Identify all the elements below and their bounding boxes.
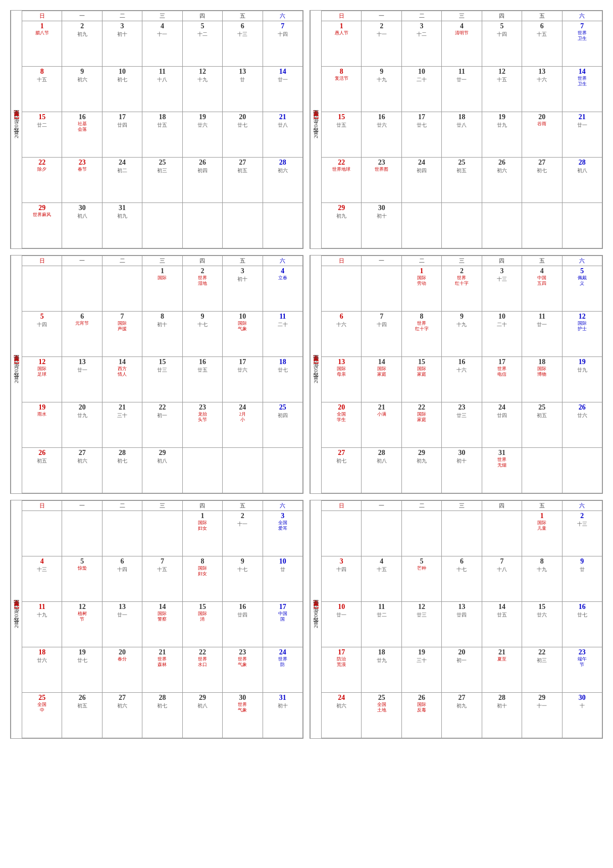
header-tue: 二 xyxy=(401,501,441,511)
cell: 17廿七 xyxy=(401,112,441,158)
cell: 4立春 xyxy=(263,266,302,312)
table-row: 22世界地球 23世界图 24初四 25初五 26初六 27初七 28初八 xyxy=(322,158,602,203)
cell xyxy=(362,511,401,556)
header-fri: 五 xyxy=(223,11,263,21)
cell: 22初三 xyxy=(522,647,562,693)
cell: 25初五 xyxy=(442,158,482,203)
header-mon: 一 xyxy=(62,501,102,511)
cell: 31初十 xyxy=(263,693,302,738)
header-mon: 一 xyxy=(62,11,102,21)
cell: 242月小 xyxy=(223,402,263,448)
header-sun: 日 xyxy=(22,11,62,21)
cell: 7十八 xyxy=(482,556,522,602)
cell: 7世界卫生 xyxy=(562,21,602,67)
cell: 15国际消 xyxy=(182,602,222,647)
cell: 9十七 xyxy=(182,312,222,357)
cell: 8复活节 xyxy=(322,67,362,112)
cell: 19廿九 xyxy=(482,112,522,158)
cell: 6十三 xyxy=(223,21,263,67)
cell: 24世界防 xyxy=(263,647,302,693)
cell: 8十九 xyxy=(522,556,562,602)
cell: 3全国爱耳 xyxy=(263,511,302,556)
cell: 28初六 xyxy=(263,158,302,203)
cell: 13廿四 xyxy=(442,602,482,647)
cell: 17廿四 xyxy=(102,112,142,158)
cell: 13廿一 xyxy=(62,357,102,402)
cell: 28初十 xyxy=(482,693,522,738)
cell: 16廿四 xyxy=(223,602,263,647)
header-sat: 六 xyxy=(562,256,602,266)
cell: 21廿一 xyxy=(562,112,602,158)
cell: 12植树节 xyxy=(62,602,102,647)
cell: 15廿二 xyxy=(22,112,62,158)
month-jun-label: 公元2012年06月 壬辰年【龙年】 xyxy=(310,500,321,738)
header-fri: 五 xyxy=(223,256,263,266)
table-row: 15廿五 16廿六 17廿七 18廿八 19廿九 20谷雨 21廿一 xyxy=(322,112,602,158)
cell: 27初六 xyxy=(62,448,102,493)
header-mon: 一 xyxy=(362,11,401,21)
cell xyxy=(482,511,522,556)
cell xyxy=(401,511,441,556)
cell: 20谷雨 xyxy=(522,112,562,158)
header-tue: 二 xyxy=(102,501,142,511)
cell: 6十六 xyxy=(322,312,362,357)
cell: 18廿九 xyxy=(362,647,401,693)
cell: 4中国五四 xyxy=(522,266,562,312)
cell: 11十九 xyxy=(22,602,62,647)
cell: 15廿六 xyxy=(522,602,562,647)
cell: 6十七 xyxy=(442,556,482,602)
cell xyxy=(102,511,142,556)
cell: 1国际妇女 xyxy=(182,511,222,556)
cell xyxy=(182,448,222,493)
header-sun: 日 xyxy=(322,256,362,266)
cell: 11廿一 xyxy=(442,67,482,112)
cell: 22国际家庭 xyxy=(401,402,441,448)
cell: 15廿五 xyxy=(322,112,362,158)
cell: 12十九 xyxy=(182,67,222,112)
cell: 14国际警察 xyxy=(142,602,182,647)
cell: 17廿六 xyxy=(223,357,263,402)
cell: 6元宵节 xyxy=(62,312,102,357)
feb-table: 日 一 二 三 四 五 六 1国际 2世界湿地 3初十 4立春 xyxy=(22,256,303,493)
cell: 28初八 xyxy=(362,448,401,493)
table-row: 25全国中 26初五 27初六 28初七 29初八 30世界气象 31初十 xyxy=(22,693,303,738)
cell: 24初四 xyxy=(401,158,441,203)
cell: 1国际儿童 xyxy=(522,511,562,556)
header-mon: 一 xyxy=(362,256,401,266)
cell xyxy=(522,203,562,248)
table-row: 1愚人节 2十一 3十二 4清明节 5十四 6十五 7世界卫生 xyxy=(322,21,602,67)
cell: 9十七 xyxy=(223,556,263,602)
cell: 25初五 xyxy=(522,402,562,448)
cell: 3十三 xyxy=(482,266,522,312)
month-feb: 公元2012年02月 壬辰年【龙年】 日 一 二 三 四 五 六 xyxy=(10,255,303,494)
cell: 13国际母亲 xyxy=(322,357,362,402)
cell: 12国际护士 xyxy=(562,312,602,357)
header-thu: 四 xyxy=(482,256,522,266)
cell: 22除夕 xyxy=(22,158,62,203)
table-row: 10廿一 11廿二 12廿三 13廿四 14廿五 15廿六 16廿七 xyxy=(322,602,602,647)
table-row: 4十三 5惊蛰 6十四 7十五 8国际妇女 9十七 10廿 xyxy=(22,556,303,602)
cell: 9十九 xyxy=(362,67,401,112)
cell: 24初二 xyxy=(102,158,142,203)
header-fri: 五 xyxy=(522,256,562,266)
cell: 8国际妇女 xyxy=(182,556,222,602)
cell: 10国际气象 xyxy=(223,312,263,357)
jan-table: 日 一 二 三 四 五 六 1腊八节 2初九 3初十 4十一 5十二 6十三 xyxy=(22,11,303,248)
cell: 12廿三 xyxy=(401,602,441,647)
cell: 2十一 xyxy=(223,511,263,556)
header-sat: 六 xyxy=(263,256,302,266)
month-jan: 公元2012年01月 壬辰年【龙年】 日 一 二 三 四 五 六 1腊八节 2初… xyxy=(10,10,303,249)
cell: 9廿 xyxy=(562,556,602,602)
cell: 1愚人节 xyxy=(322,21,362,67)
cell: 14廿五 xyxy=(482,602,522,647)
cell: 29初八 xyxy=(182,693,222,738)
cell: 7国际声援 xyxy=(102,312,142,357)
cell: 28初七 xyxy=(142,693,182,738)
cell: 14国际家庭 xyxy=(362,357,401,402)
cell: 29初八 xyxy=(142,448,182,493)
cell: 26初四 xyxy=(182,158,222,203)
cell: 16廿五 xyxy=(182,357,222,402)
header-wed: 三 xyxy=(142,256,182,266)
cell: 13廿 xyxy=(223,67,263,112)
header-sat: 六 xyxy=(263,501,302,511)
